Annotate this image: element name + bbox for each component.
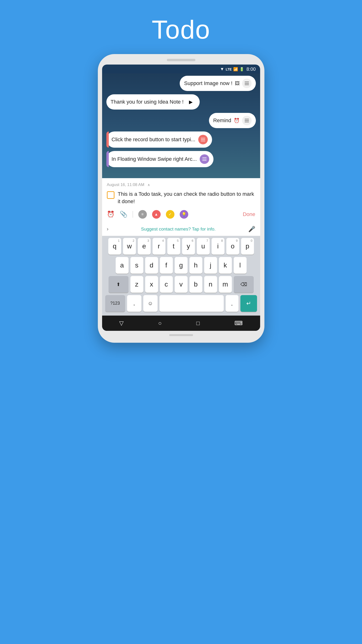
key-s[interactable]: s <box>130 257 143 274</box>
note-item-1[interactable]: Support Image now ! 🖼 <box>180 76 256 91</box>
yellow-dot[interactable]: ✓ <box>166 210 174 219</box>
key-g[interactable]: g <box>175 257 188 274</box>
numbers-key[interactable]: ?123 <box>105 295 125 312</box>
recents-button[interactable]: □ <box>196 320 200 326</box>
note-item-2[interactable]: Thank you for using Idea Note ! ▶ <box>106 94 200 110</box>
lte-icon: LTE <box>226 68 232 71</box>
phone-screen: ▼ LTE 📶 🔋 8:00 Support Image now ! 🖼 <box>102 64 260 331</box>
key-o[interactable]: 9o <box>226 238 239 254</box>
line <box>245 83 249 84</box>
nav-bar: ▽ ○ □ ⌨ <box>102 316 260 331</box>
note-item-4[interactable]: Click the record button to start typi... <box>106 132 212 148</box>
key-l[interactable]: l <box>234 257 247 274</box>
signal-icon: 📶 <box>233 67 238 72</box>
done-button[interactable]: Done <box>243 211 255 218</box>
comma-key[interactable]: , <box>127 295 141 312</box>
hamburger-icon-3 <box>243 117 251 124</box>
key-k[interactable]: k <box>219 257 232 274</box>
backspace-key[interactable]: ⌫ <box>234 276 254 293</box>
key-y[interactable]: 6y <box>182 238 195 254</box>
hamburger-icon-4 <box>199 136 207 143</box>
note-text-3: Remind <box>213 118 231 124</box>
status-bar: ▼ LTE 📶 🔋 8:00 <box>102 64 260 73</box>
suggest-text[interactable]: Suggest contact names? Tap for info. <box>108 226 248 232</box>
key-n[interactable]: n <box>204 276 217 293</box>
key-r[interactable]: 4r <box>153 238 165 254</box>
keyboard-button[interactable]: ⌨ <box>234 320 243 326</box>
key-d[interactable]: d <box>145 257 158 274</box>
space-key[interactable] <box>159 295 224 312</box>
toolbar-divider <box>133 211 133 218</box>
todo-task-text: This is a Todo task, you can check the r… <box>118 190 255 205</box>
enter-key[interactable]: ↵ <box>240 295 257 312</box>
home-button[interactable]: ○ <box>158 320 162 326</box>
note-text-2: Thank you for using Idea Note ! <box>111 99 184 105</box>
phone-shell: ▼ LTE 📶 🔋 8:00 Support Image now ! 🖼 <box>98 54 264 343</box>
key-p[interactable]: 0p <box>241 238 254 254</box>
phone-bottom-bar <box>169 334 193 336</box>
purple-tab <box>106 151 109 167</box>
alarm-action-icon[interactable]: ⏰ <box>107 210 114 218</box>
key-x[interactable]: x <box>145 276 158 293</box>
keyboard-suggest-bar: › Suggest contact names? Tap for info. 🎤 <box>102 222 260 236</box>
key-t[interactable]: 5t <box>167 238 180 254</box>
todo-task-row: This is a Todo task, you can check the r… <box>107 190 255 205</box>
key-m[interactable]: m <box>219 276 232 293</box>
suggest-arrow[interactable]: › <box>107 226 108 232</box>
page-title: Todo <box>152 14 210 44</box>
key-c[interactable]: c <box>160 276 173 293</box>
attach-action-icon[interactable]: 📎 <box>120 210 127 218</box>
key-h[interactable]: h <box>189 257 202 274</box>
alarm-icon-3: ⏰ <box>234 118 240 123</box>
red-dot[interactable]: ▲ <box>152 210 161 219</box>
red-tab <box>106 132 109 148</box>
key-u[interactable]: 7u <box>197 238 210 254</box>
microphone-icon[interactable]: 🎤 <box>248 226 255 232</box>
keyboard-row-3: ⬆ z x c v b n m ⌫ <box>103 276 259 293</box>
emoji-key[interactable]: ☺ <box>143 295 158 312</box>
collapse-icon[interactable]: ∧ <box>148 183 150 187</box>
line <box>245 84 249 85</box>
todo-checkbox[interactable] <box>107 191 114 199</box>
note-menu-3[interactable] <box>242 116 252 125</box>
purple-dot[interactable]: 💡 <box>180 210 188 219</box>
key-a[interactable]: a <box>116 257 128 274</box>
key-f[interactable]: f <box>160 257 173 274</box>
battery-icon: 🔋 <box>239 67 244 72</box>
notes-area: Support Image now ! 🖼 Thank you for usin… <box>102 73 260 178</box>
key-b[interactable]: b <box>189 276 202 293</box>
hamburger-icon-5 <box>200 156 209 163</box>
key-e[interactable]: 3e <box>138 238 151 254</box>
line <box>245 120 249 121</box>
note-item-3[interactable]: Remind ⏰ <box>209 113 256 128</box>
keyboard-row-4: ?123 , ☺ . ↵ <box>103 295 259 312</box>
note-menu-5[interactable] <box>200 154 209 164</box>
key-v[interactable]: v <box>175 276 188 293</box>
todo-task-area: August 16, 11:08 AM ∧ This is a Todo tas… <box>102 178 260 222</box>
shift-key[interactable]: ⬆ <box>108 276 128 293</box>
note-item-5[interactable]: In Floating Window Swipe right Arc... <box>106 151 214 167</box>
key-w[interactable]: 2w <box>123 238 136 254</box>
keyboard: 1q 2w 3e 4r 5t 6y 7u 8i 9o 0p a s d f g … <box>102 236 260 316</box>
wifi-icon: ▼ <box>220 67 224 72</box>
key-q[interactable]: 1q <box>108 238 121 254</box>
line <box>202 158 207 158</box>
line <box>201 139 205 140</box>
line <box>245 119 249 119</box>
status-time: 8:00 <box>247 66 256 72</box>
note-menu-4[interactable] <box>198 135 208 144</box>
status-icons: ▼ LTE 📶 🔋 8:00 <box>220 66 256 72</box>
line <box>245 82 249 82</box>
back-button[interactable]: ▽ <box>119 320 123 326</box>
hamburger-icon-1 <box>243 80 251 87</box>
key-i[interactable]: 8i <box>212 238 224 254</box>
play-button[interactable]: ▶ <box>186 97 195 107</box>
key-z[interactable]: z <box>130 276 143 293</box>
note-menu-1[interactable] <box>242 78 252 88</box>
key-j[interactable]: j <box>204 257 217 274</box>
note-text-1: Support Image now ! <box>184 80 232 86</box>
keyboard-row-2: a s d f g h j k l <box>103 257 259 274</box>
gray-dot[interactable]: ≡ <box>138 210 147 219</box>
period-key[interactable]: . <box>226 295 239 312</box>
note-text-4: Click the record button to start typi... <box>112 136 195 143</box>
